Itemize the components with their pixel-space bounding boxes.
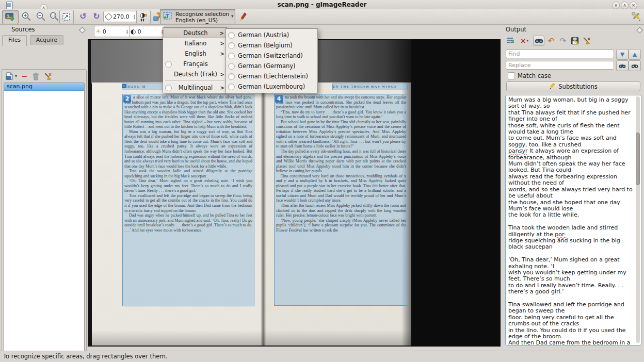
remove-file-button[interactable]: − [21, 73, 28, 80]
pen-icon [238, 11, 247, 22]
recognize-button[interactable]: T Recognize selection English (en_US) [160, 9, 235, 24]
match-case-checkbox[interactable] [508, 72, 515, 79]
clear-files-button[interactable] [44, 72, 52, 80]
file-name: scan.png [7, 83, 33, 90]
menu-item-german-germany[interactable]: German (Germany) [226, 61, 317, 71]
titlebar: scan.png - gImageReader [0, 0, 644, 9]
window-minimize-button[interactable]: ∨ [612, 2, 620, 9]
book-paragraph: na took the broom with her and she swept… [276, 95, 406, 110]
undo-button[interactable]: ↶ [546, 36, 556, 45]
window-title: scan.png - gImageReader [0, 0, 644, 9]
menu-item-label: Deutsch [172, 29, 219, 37]
menu-item-label: German (Germany) [235, 62, 315, 70]
rotate-right-button[interactable]: ↻ [90, 10, 103, 23]
add-file-button[interactable]: ▾ [5, 72, 17, 80]
app-icon [6, 2, 13, 9]
menu-item-label: Français [172, 60, 219, 68]
find-prev-button[interactable]: ▲ [629, 49, 641, 60]
book-paragraph: Tina swallowed and left the porridge and… [124, 193, 252, 213]
header-left-text: RONG-M [127, 85, 146, 88]
german-variant-submenu: German (Austria) German (Belgium) German… [226, 28, 318, 93]
menu-item-german-austria[interactable]: German (Austria) [226, 30, 317, 40]
find-input[interactable] [506, 50, 614, 58]
delete-file-button[interactable] [32, 72, 40, 80]
menu-item-deutsch[interactable]: Deutsch > [163, 28, 227, 38]
menu-item-italiano[interactable]: Italiano > [163, 38, 227, 48]
add-images-button[interactable] [2, 10, 19, 24]
find-next-button[interactable]: ▼ [616, 49, 629, 60]
file-row-scan-png[interactable]: scan.png [4, 83, 84, 91]
scrollbar-thumb[interactable] [636, 133, 640, 185]
replace-all-button[interactable] [629, 60, 641, 71]
menu-item-multilingual[interactable]: Multilingual > [163, 83, 227, 93]
radio-icon [228, 84, 235, 90]
book-paragraph: Tina concentrated very hard on those mys… [276, 174, 406, 203]
menu-item-deutsch-frak[interactable]: Deutsch (Frak) > [163, 69, 227, 79]
ocr-region-header-right[interactable]: EN THE THRUSH HAS WINGS [332, 84, 408, 90]
recognize-button-label: Recognize selection English (en_US) [175, 11, 229, 23]
zoom-out-button[interactable] [34, 10, 47, 23]
output-panel: Output × ▾ ↶ ↷ [502, 24, 644, 349]
output-scrollbar[interactable] [636, 96, 640, 343]
binoculars-icon [619, 63, 626, 69]
contrast-icon: ◐ [131, 28, 136, 35]
menu-item-label: German (Luxembourg) [235, 83, 315, 90]
wrench-pencil-icon [631, 11, 641, 22]
recognize-dropdown-button[interactable]: ▾ [231, 13, 234, 19]
ocr-region-right-page[interactable]: 4 na took the broom with her and she swe… [274, 94, 408, 306]
zoom-in-button[interactable] [20, 10, 33, 23]
menu-item-label: Multilingual [172, 84, 219, 91]
radio-icon [228, 32, 235, 39]
book-paragraph: ‘Now, young people,’ she chirped crisply… [276, 218, 406, 233]
contrast-spinbox[interactable]: ◐ 0 ▴ ▾ [129, 26, 165, 37]
book-text-right: na took the broom with her and she swept… [276, 95, 406, 305]
zoom-fit-button[interactable] [59, 10, 74, 24]
substitutions-button[interactable]: Substitutions [506, 81, 640, 91]
window-close-button[interactable]: × [630, 2, 637, 9]
minimize-icon: ∨ [614, 3, 618, 8]
arrow-down-icon: ▼ [620, 52, 624, 57]
highlight-mode-button[interactable] [236, 10, 249, 23]
ocr-text-area[interactable]: Mum was a big woman, but big in a soggy … [505, 95, 641, 345]
menu-item-francais[interactable]: Français [163, 59, 227, 69]
close-icon: × [632, 3, 636, 8]
brightness-spinner[interactable]: ▴ ▾ [126, 29, 128, 34]
zoom-original-icon: 1:1 [49, 11, 59, 22]
display-options-button[interactable] [136, 10, 151, 24]
brightness-spinbox[interactable]: ☀ 0 ▴ ▾ [94, 26, 130, 37]
find-replace-toggle-button[interactable] [533, 36, 544, 46]
tab-acquire[interactable]: Acquire [30, 35, 63, 45]
file-list: scan.png [4, 83, 85, 362]
menu-item-label: German (Liechtenstein) [235, 73, 315, 80]
window-maximize-button[interactable]: ∧ [621, 2, 629, 9]
rotation-spinner[interactable]: ▴ ▾ [133, 14, 136, 19]
menu-item-english[interactable]: English > [163, 48, 227, 59]
radio-icon [165, 85, 172, 91]
menu-item-german-belgium[interactable]: German (Belgium) [226, 40, 317, 51]
sources-float-icon[interactable] [79, 27, 86, 34]
rotate-left-button[interactable]: ↺ [77, 10, 89, 23]
binoculars-icon [535, 38, 543, 44]
book-gutter [261, 83, 266, 345]
output-float-icon[interactable] [636, 27, 643, 34]
append-text-button[interactable] [505, 36, 516, 45]
strip-formatting-button[interactable]: × ▾ [517, 36, 532, 45]
maximize-icon: ∧ [623, 3, 626, 8]
tab-files[interactable]: Files [2, 35, 27, 46]
region-number-badge: 4 [275, 95, 283, 103]
book-text-left: a slice of mirror left. Most of it was b… [124, 95, 252, 305]
menu-item-german-luxembourg[interactable]: German (Luxembourg) [226, 81, 317, 92]
menu-item-german-liechtenstein[interactable]: German (Liechtenstein) [226, 71, 317, 81]
save-output-button[interactable] [570, 36, 580, 45]
submenu-arrow-icon: > [219, 41, 224, 46]
settings-button[interactable] [630, 10, 643, 23]
chevron-down-icon: ▾ [527, 39, 529, 43]
ocr-region-left-page[interactable]: 2 a slice of mirror left. Most of it was… [122, 94, 254, 306]
menu-item-german-switzerland[interactable]: German (Switzerland) [226, 51, 317, 61]
clear-output-button[interactable] [582, 36, 592, 45]
rotation-spinbox[interactable]: 270.0 ▴ ▾ [103, 11, 137, 22]
replace-input[interactable] [506, 61, 614, 70]
undo-icon: ↶ [548, 36, 555, 45]
replace-button[interactable] [616, 60, 629, 71]
redo-button[interactable]: ↷ [558, 36, 568, 45]
